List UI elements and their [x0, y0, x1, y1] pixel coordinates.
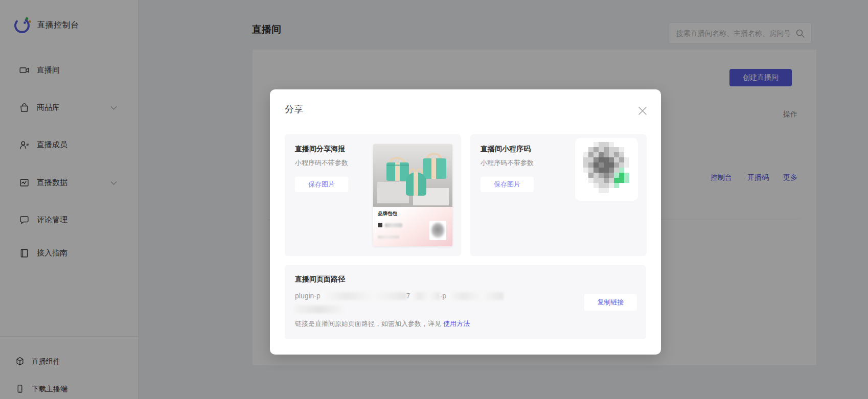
share-modal: 分享 直播间分享海报 小程序码不带参数 保存图片	[270, 89, 661, 355]
qrcode-card-title: 直播间小程序码	[481, 145, 531, 154]
modal-title: 分享	[285, 103, 303, 115]
poster-product-label: 品牌包包	[378, 210, 397, 217]
poster-app-icon	[378, 223, 382, 227]
share-poster-thumbnail: 品牌包包	[373, 144, 452, 246]
mini-program-code-card: 直播间小程序码 小程序码不带参数 保存图片	[470, 134, 647, 256]
poster-blurred-text	[385, 223, 402, 227]
poster-photo	[373, 144, 452, 207]
path-fragment: plugin-p	[295, 292, 321, 300]
page-path-text: plugin-p7-p	[295, 292, 504, 301]
path-fragment: -p	[440, 292, 446, 300]
path-blurred-segment	[321, 292, 406, 300]
path-section-title: 直播间页面路径	[295, 275, 345, 284]
qrcode-card-subtitle: 小程序码不带参数	[481, 158, 534, 168]
close-icon[interactable]	[638, 106, 647, 115]
page-path-section: 直播间页面路径 plugin-p7-p 复制链接 链接是直播间原始页面路径，如需…	[285, 265, 646, 339]
poster-info: 品牌包包	[373, 207, 452, 246]
poster-card-title: 直播间分享海报	[295, 145, 345, 154]
share-poster-card: 直播间分享海报 小程序码不带参数 保存图片	[285, 134, 461, 256]
path-blurred-line2	[295, 306, 344, 313]
usage-guide-link[interactable]: 使用方法	[443, 320, 470, 327]
save-qrcode-button[interactable]: 保存图片	[481, 177, 534, 192]
path-note-text: 链接是直播间原始页面路径，如需加入参数，详见	[295, 320, 441, 327]
path-note: 链接是直播间原始页面路径，如需加入参数，详见使用方法	[295, 319, 470, 328]
path-blurred-segment	[410, 292, 440, 300]
path-fragment: 7	[406, 292, 410, 300]
save-poster-button[interactable]: 保存图片	[295, 177, 348, 192]
path-blurred-segment	[446, 292, 504, 300]
poster-blurred-text	[378, 236, 399, 239]
poster-card-subtitle: 小程序码不带参数	[295, 158, 348, 168]
copy-link-button[interactable]: 复制链接	[584, 294, 637, 311]
poster-qr-blur	[429, 221, 446, 240]
mini-program-code-thumbnail	[575, 138, 638, 201]
